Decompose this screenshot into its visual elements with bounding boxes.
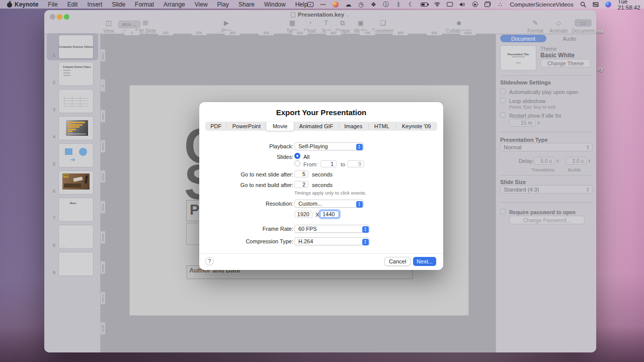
idle-time-stepper[interactable]: ▲▼ bbox=[537, 119, 540, 127]
tab-keynote-09[interactable]: Keynote '09 bbox=[395, 122, 437, 131]
menu-item[interactable]: Slide bbox=[112, 1, 125, 8]
moon-icon[interactable]: ☾ bbox=[408, 1, 414, 8]
square-shape-preview bbox=[65, 148, 72, 155]
chevron-updown-icon: ▲▼ bbox=[587, 145, 589, 150]
auto-play-checkbox[interactable] bbox=[500, 88, 506, 94]
loop-note: Press 'Esc' key to exit bbox=[509, 104, 555, 110]
siri-orb-icon[interactable] bbox=[605, 2, 611, 8]
slide-thumbnail-2[interactable]: 2 Computer Science Videos bbox=[44, 62, 101, 85]
menu-item[interactable]: File bbox=[48, 1, 57, 8]
tab-html[interactable]: HTML bbox=[368, 122, 396, 131]
slide-thumbnail-8[interactable]: 8 ○○○ bbox=[44, 225, 101, 248]
dots-icon[interactable]: ∴ bbox=[497, 1, 503, 8]
search-icon[interactable] bbox=[580, 1, 586, 8]
menu-item[interactable]: Edit bbox=[67, 1, 78, 8]
require-password-checkbox[interactable] bbox=[500, 209, 506, 214]
slide-thumbnail-6[interactable]: 6 FS8 ○○○ bbox=[44, 171, 101, 194]
slide-size-dropdown[interactable]: Standard (4:3)▲▼ bbox=[500, 185, 593, 194]
help-button[interactable]: ? bbox=[205, 257, 214, 265]
menu-item[interactable]: Keynote bbox=[15, 1, 38, 8]
toolbar-document-button[interactable]: ▭Document bbox=[564, 19, 596, 34]
loop-slideshow-checkbox[interactable] bbox=[500, 98, 506, 103]
tab-images[interactable]: Images bbox=[339, 122, 368, 131]
menu-bar-clock[interactable]: Tue 21:58:42 bbox=[618, 0, 644, 11]
theme-label: Theme bbox=[540, 46, 557, 52]
transitions-delay-field[interactable]: 5.0 s bbox=[534, 157, 555, 165]
tab-audio[interactable]: Audio bbox=[546, 35, 593, 42]
builds-delay-stepper[interactable]: ▲▼ bbox=[588, 157, 591, 165]
loop-slideshow-label: Loop slideshow bbox=[509, 98, 545, 104]
menu-item[interactable]: Format bbox=[135, 1, 154, 8]
window-chrome: Presentation.key ⌄ ◫View 86% ⌄Zoom ⊞Add … bbox=[44, 10, 596, 34]
vertical-ruler-labels: 1000100200300400500600700800 bbox=[101, 49, 105, 334]
menu-item[interactable]: Insert bbox=[87, 1, 102, 8]
menu-item[interactable]: Arrange bbox=[164, 1, 185, 8]
circle-shape-preview bbox=[79, 148, 87, 156]
tab-powerpoint[interactable]: PowerPoint bbox=[226, 122, 266, 131]
builds-delay-field[interactable]: 2.0 s bbox=[566, 157, 587, 165]
next-button[interactable]: Next... bbox=[413, 257, 436, 266]
presentation-type-dropdown[interactable]: Normal▲▼ bbox=[500, 143, 593, 151]
playback-dropdown[interactable]: Self-Playing▲▼ bbox=[294, 142, 364, 150]
next-build-field[interactable]: 2 bbox=[294, 181, 308, 188]
play-circle-icon[interactable]: ▶ bbox=[472, 2, 478, 7]
from-slide-field[interactable]: 1 bbox=[320, 160, 337, 167]
desktop-icon-label[interactable]: ey bbox=[597, 66, 603, 72]
menu-item[interactable]: View bbox=[195, 1, 208, 8]
display-icon[interactable] bbox=[447, 2, 453, 7]
battery-icon[interactable] bbox=[421, 3, 428, 7]
volume-icon[interactable] bbox=[459, 1, 465, 8]
resolution-height-field[interactable]: 1440 bbox=[320, 211, 339, 218]
user-name[interactable]: ComputerScienceVideos bbox=[510, 2, 573, 8]
tab-pdf[interactable]: PDF bbox=[205, 122, 226, 131]
idle-time-field[interactable]: 15 m bbox=[509, 119, 535, 127]
info-icon[interactable]: ⓘ bbox=[383, 1, 389, 8]
comment-icon: ❑ bbox=[364, 19, 402, 27]
slide-thumbnail-9[interactable]: 9 bbox=[44, 252, 101, 276]
window-title[interactable]: Presentation.key ⌄ bbox=[44, 12, 596, 18]
screen-mirroring-icon[interactable]: ▸ bbox=[307, 2, 313, 7]
windows-icon[interactable] bbox=[485, 2, 491, 7]
bluetooth-icon[interactable]: ᛒ bbox=[395, 1, 401, 8]
menu-item[interactable]: Help bbox=[295, 1, 308, 8]
menu-item[interactable]: Share bbox=[238, 1, 255, 8]
change-password-button[interactable]: Change Password... bbox=[509, 216, 585, 224]
slide-thumbnail-5[interactable]: 5 ➔ bbox=[44, 144, 101, 167]
slide2-title-text: Computer Science Videos bbox=[63, 66, 91, 68]
next-slide-field[interactable]: 5 bbox=[294, 170, 308, 177]
menu-item[interactable]: Play bbox=[217, 1, 229, 8]
slides-all-radio[interactable] bbox=[294, 153, 300, 159]
restart-idle-checkbox[interactable] bbox=[500, 112, 506, 118]
chart-preview bbox=[66, 120, 88, 136]
resolution-width-field[interactable]: 1920 bbox=[295, 211, 312, 218]
slide-thumbnail-7[interactable]: 7 Music ○○○ bbox=[44, 198, 101, 221]
time-machine-icon[interactable]: ◷ bbox=[358, 1, 364, 8]
slide-thumbnail-4[interactable]: 4 bbox=[44, 117, 101, 140]
more-dots-icon[interactable]: ••• bbox=[320, 1, 326, 8]
colors-orb-icon[interactable] bbox=[333, 2, 339, 8]
next-build-unit: seconds bbox=[312, 182, 333, 188]
tab-document[interactable]: Document bbox=[500, 35, 546, 42]
photos-icon[interactable]: ❖ bbox=[370, 1, 376, 8]
change-theme-button[interactable]: Change Theme bbox=[540, 59, 591, 67]
slide-thumbnail-1[interactable]: 1 Computer Science Videos bbox=[44, 35, 101, 58]
control-center-icon[interactable] bbox=[593, 1, 599, 8]
tab-animated-gif[interactable]: Animated GIF bbox=[294, 122, 339, 131]
transitions-delay-stepper[interactable]: ▲▼ bbox=[556, 157, 559, 165]
to-slide-field[interactable]: 9 bbox=[347, 160, 364, 167]
cloud-icon[interactable]: ☁ bbox=[345, 1, 351, 8]
resolution-dropdown[interactable]: Custom...▲▼ bbox=[294, 200, 364, 208]
desktop-icon-label[interactable]: ree bbox=[595, 28, 604, 34]
tab-movie[interactable]: Movie bbox=[266, 122, 294, 131]
slides-from-label: From: bbox=[303, 161, 318, 167]
wifi-icon[interactable] bbox=[434, 1, 440, 8]
slides-from-radio[interactable] bbox=[294, 160, 300, 166]
slide-thumbnail-3[interactable]: 3 bbox=[44, 89, 101, 113]
arrow-shape-preview: ➔ bbox=[70, 156, 75, 163]
build-indicator: ○○○ bbox=[60, 218, 66, 221]
frame-rate-dropdown[interactable]: 60 FPS▲▼ bbox=[294, 225, 370, 233]
menu-item[interactable]: Window bbox=[264, 1, 286, 8]
slide-size-heading: Slide Size bbox=[500, 179, 526, 185]
compression-dropdown[interactable]: H.264▲▼ bbox=[294, 237, 370, 245]
cancel-button[interactable]: Cancel bbox=[384, 257, 411, 266]
